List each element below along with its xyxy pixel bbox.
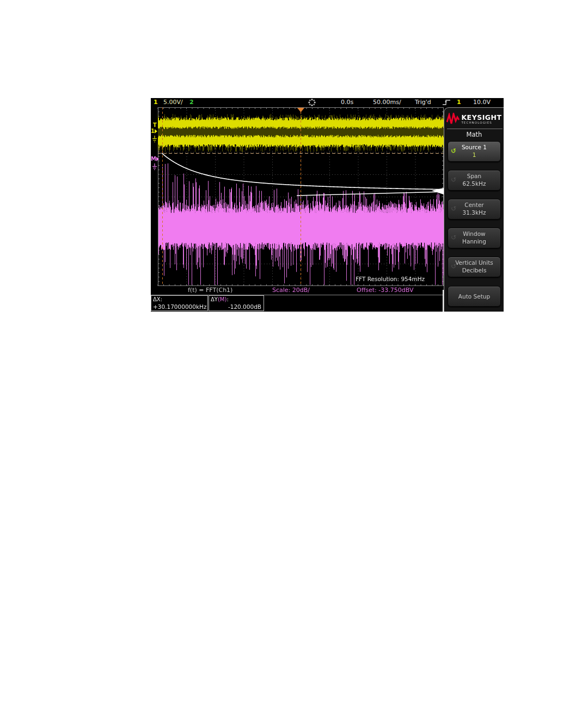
softkey-center[interactable]: ↺ Center 31.3kHz [448,199,501,220]
trigger-level[interactable]: 10.0V [473,99,491,106]
waveform-display [151,107,444,286]
trigger-source[interactable]: 1 [457,99,461,106]
knob-rotate-icon: ↺ [451,234,456,241]
channel1-scale[interactable]: 5.00V/ [163,99,183,106]
delta-x-value: +30.17000000kHz [153,303,206,310]
keysight-logo: KEYSIGHT TECHNOLOGIES [444,111,504,127]
knob-rotate-icon: ↺ [451,176,456,184]
delta-x-readout: ΔX: +30.17000000kHz [151,295,208,311]
arrow-right-icon [156,157,159,161]
math-scale-label[interactable]: Scale: 20dB/ [272,287,310,294]
delta-y-readout: ΔY(M): -120.000dB [209,295,264,311]
math-function-label[interactable]: f(t) = FFT(Ch1) [188,287,232,294]
math-offset-label[interactable]: Offset: -33.750dBV [357,287,413,294]
softkey-panel: KEYSIGHT TECHNOLOGIES Math ↺ Source 1 1 … [444,107,504,312]
fft-resolution-readout: FFT Resolution: 954mHz [356,276,425,282]
delta-y-value: -120.000dB [228,303,261,310]
trigger-status: Trig'd [415,99,431,106]
delta-y-label: ΔY(M): [211,296,229,302]
math-ground-marker[interactable]: M [151,156,159,162]
softkey-vertical-units[interactable]: ↺ Vertical Units Decibels [448,257,501,277]
knob-rotate-icon: ↺ [451,205,456,212]
math-ground-icon [152,162,157,173]
softkey-source[interactable]: ↺ Source 1 1 [448,141,501,162]
math-settings-row: f(t) = FFT(Ch1) Scale: 20dB/ Offset: -33… [151,286,444,295]
arrow-right-icon [155,129,157,133]
menu-title: Math [444,131,504,138]
softkey-auto-setup[interactable]: Auto Setup [448,286,501,307]
knob-rotate-icon: ↺ [451,147,456,155]
status-bar: 1 5.00V/ 2 0.0s 50.00ms/ Trig'd 1 10.0V [151,98,504,107]
acquisition-spinner-icon [308,99,316,108]
waveform-area: T 1 M FFT Resolution: 954mHz [151,107,444,286]
keysight-spark-icon [446,113,460,125]
brand-name: KEYSIGHT [461,114,501,121]
softkey-window[interactable]: ↺ Window Hanning [448,228,501,248]
knob-rotate-icon: ↺ [451,263,456,270]
channel1-ground-marker[interactable]: 1 [151,129,157,134]
horizontal-delay[interactable]: 0.0s [341,99,353,106]
cursor-readout-row: ΔX: +30.17000000kHz ΔY(M): -120.000dB [151,295,444,312]
oscilloscope-screen: 1 5.00V/ 2 0.0s 50.00ms/ Trig'd 1 10.0V … [151,98,504,312]
channel2-number[interactable]: 2 [189,99,194,106]
channel1-ground-icon [152,135,157,145]
trigger-level-marker[interactable]: T [153,123,157,128]
panel-separator [447,129,503,129]
channel1-number[interactable]: 1 [154,99,158,106]
trigger-edge-icon [443,99,451,107]
delta-x-label: ΔX: [153,296,162,302]
timebase-setting[interactable]: 50.00ms/ [373,99,401,106]
softkey-span[interactable]: ↺ Span 62.5kHz [448,170,501,191]
